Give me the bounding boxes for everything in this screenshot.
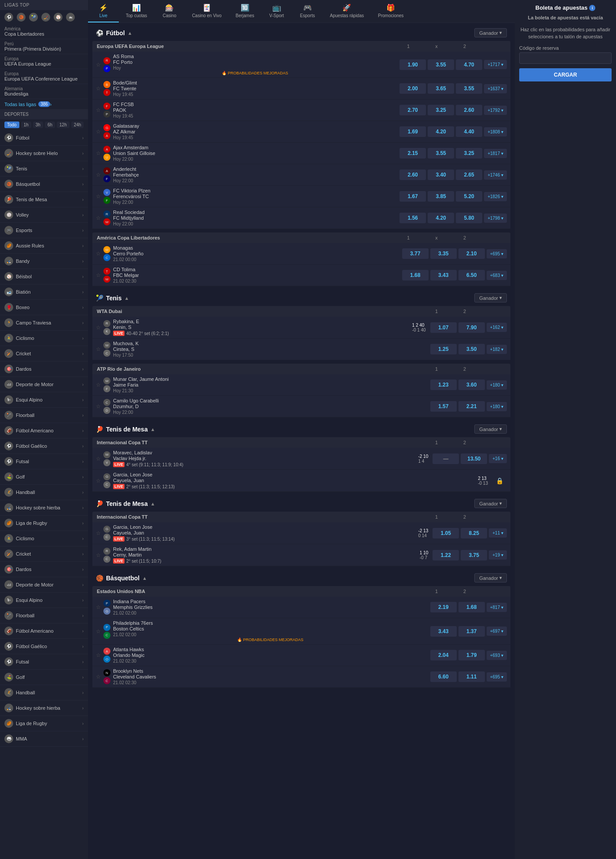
odd-btn-hawks-2[interactable]: 1.79: [458, 650, 485, 660]
odd-btn-moravec-1[interactable]: —: [433, 453, 459, 464]
star-rybakina[interactable]: ☆: [96, 324, 101, 331]
odd-btn-gala-x[interactable]: 4.20: [428, 126, 454, 137]
odd-btn-bode-2[interactable]: 3.55: [456, 83, 482, 94]
sidebar-item-deporte-motor[interactable]: 🏎Deporte de Motor ›: [0, 377, 88, 392]
star-garcia-1[interactable]: ☆: [96, 478, 101, 484]
tenis-mesa-collapse-icon-2[interactable]: ▲: [150, 501, 155, 506]
tenis-mesa-ganador-btn-1[interactable]: Ganador ▾: [474, 424, 507, 434]
sidebar-item-campo-traviesa[interactable]: 🏃Campo Traviesa ›: [0, 315, 88, 331]
star-gala[interactable]: ☆: [96, 129, 101, 135]
sport-icon-hockey[interactable]: 🏒: [41, 13, 50, 22]
sidebar-item-mma[interactable]: 🥋MMA ›: [0, 731, 88, 747]
odd-btn-bode-x[interactable]: 3.65: [428, 83, 454, 94]
futbol-ganador-btn[interactable]: Ganador ▾: [474, 28, 507, 37]
basquetbol-collapse-icon[interactable]: ▲: [142, 575, 147, 581]
odd-btn-fcsb-2[interactable]: 2.60: [456, 105, 482, 115]
odd-btn-76ers-1[interactable]: 3.43: [430, 626, 457, 637]
sidebar-item-dardos[interactable]: 🎯Dardos ›: [0, 361, 88, 377]
odd-btn-gala-2[interactable]: 4.40: [456, 126, 482, 137]
sidebar-item-futbol-gaelico[interactable]: ⚽Fútbol Gaélico ›: [0, 439, 88, 454]
sidebar-item-hockey-hierba-2[interactable]: 🏑Hockey sobre hierba ›: [0, 700, 88, 716]
more-odds-pacers[interactable]: +817 ▾: [487, 603, 507, 612]
nav-item-berjames[interactable]: 🔟 Berjames: [228, 0, 261, 22]
odd-btn-munar-2[interactable]: 3.60: [458, 380, 485, 390]
sidebar-item-handball-2[interactable]: 🤾Handball ›: [0, 685, 88, 700]
odd-btn-gala-1[interactable]: 1.69: [400, 126, 426, 137]
sidebar-item-cricket-2[interactable]: 🏏Cricket ›: [0, 546, 88, 562]
time-btn-24h[interactable]: 24h: [71, 122, 84, 128]
time-btn-6h[interactable]: 6h: [45, 122, 55, 128]
more-odds-roma[interactable]: +1717 ▾: [484, 60, 507, 69]
tenis-mesa-collapse-icon[interactable]: ▲: [150, 427, 155, 432]
time-btn-1h[interactable]: 1h: [21, 122, 31, 128]
sidebar-item-aussie-rules[interactable]: 🏉Aussie Rules ›: [0, 238, 88, 254]
odd-btn-realsoc-1[interactable]: 1.56: [400, 213, 426, 223]
sidebar-item-futbol-gaelico-2[interactable]: ⚽Fútbol Gaélico ›: [0, 639, 88, 654]
sidebar-item-tenis-mesa[interactable]: 🏓Tenis de Mesa ›: [0, 192, 88, 207]
star-roma-porto[interactable]: ☆: [96, 62, 101, 68]
more-odds-garcia-2[interactable]: +11 ▾: [489, 528, 507, 538]
code-input[interactable]: [519, 52, 612, 64]
sidebar-item-hockey-hierba[interactable]: 🏑Hockey sobre hierba ›: [0, 500, 88, 516]
odd-btn-nets-1[interactable]: 6.60: [430, 671, 457, 682]
sidebar-item-liga-rugby[interactable]: 🏉Liga de Rugby ›: [0, 516, 88, 531]
sidebar-item-motor-2[interactable]: 🏎Deporte de Motor ›: [0, 577, 88, 593]
more-odds-nets[interactable]: +695 ▾: [487, 672, 507, 682]
odd-btn-muchova-1[interactable]: 1.25: [430, 344, 457, 354]
odd-btn-rybakina-1[interactable]: 1.07: [430, 322, 457, 333]
sidebar-item-handball[interactable]: 🤾Handball ›: [0, 485, 88, 500]
odd-btn-garcia-2-1[interactable]: 1.05: [433, 528, 459, 538]
odd-btn-fcsb-1[interactable]: 2.70: [400, 105, 426, 115]
time-btn-todo[interactable]: Todo: [4, 122, 19, 128]
sidebar-item-bandy[interactable]: 🏑Bandy ›: [0, 254, 88, 269]
all-leagues-link[interactable]: Todas las ligas 386 ›: [0, 99, 88, 109]
odd-btn-nets-2[interactable]: 1.11: [458, 671, 485, 682]
more-odds-realsoc[interactable]: +1798 ▾: [484, 214, 507, 223]
sidebar-item-esqui-alpino[interactable]: ⛷Esqui Alpino ›: [0, 392, 88, 408]
odd-btn-rek-2[interactable]: 3.75: [461, 550, 487, 560]
time-btn-12h[interactable]: 12h: [57, 122, 70, 128]
odd-btn-muchova-2[interactable]: 3.50: [458, 344, 485, 354]
odd-btn-ajax-2[interactable]: 3.25: [456, 148, 482, 159]
star-moravec[interactable]: ☆: [96, 456, 101, 462]
more-odds-rek[interactable]: +19 ▾: [489, 550, 507, 560]
sport-icon-moto[interactable]: 🏍: [66, 13, 75, 22]
sidebar-item-volley[interactable]: 🏐Volley ›: [0, 207, 88, 223]
nav-item-live[interactable]: ⚡ Live: [88, 0, 119, 22]
more-odds-fcsb[interactable]: +1792 ▾: [484, 106, 507, 115]
star-munar[interactable]: ☆: [96, 382, 101, 388]
nav-item-promociones[interactable]: 🎁 Promociones: [371, 0, 411, 22]
sport-icon-basketball[interactable]: 🏀: [17, 13, 26, 22]
sidebar-item-europa[interactable]: Europa UEFA Europa League: [0, 54, 88, 69]
odd-btn-camilo-2[interactable]: 2.21: [458, 401, 485, 412]
more-odds-rybakina[interactable]: +162 ▾: [487, 323, 507, 332]
odd-btn-ajax-x[interactable]: 3.55: [428, 148, 454, 159]
more-odds-monagas[interactable]: +695 ▾: [487, 249, 507, 258]
odd-btn-tolima-x[interactable]: 3.43: [430, 270, 457, 280]
odd-btn-ajax-1[interactable]: 2.15: [400, 148, 426, 159]
odd-btn-munar-1[interactable]: 1.23: [430, 380, 457, 390]
star-monagas[interactable]: ☆: [96, 251, 101, 257]
more-odds-muchova[interactable]: +182 ▾: [487, 345, 507, 354]
star-garcia-2[interactable]: ☆: [96, 530, 101, 536]
star-fcsb[interactable]: ☆: [96, 107, 101, 113]
sidebar-item-copa-lib[interactable]: América Copa Libertadores: [0, 24, 88, 39]
sidebar-item-basquetbol[interactable]: 🏀Básquetbol ›: [0, 177, 88, 192]
more-odds-76ers[interactable]: +697 ▾: [487, 627, 507, 636]
sidebar-item-ciclismo[interactable]: 🚴Ciclismo ›: [0, 331, 88, 346]
nav-item-top-cuotas[interactable]: 📊 Top cuotas: [119, 0, 154, 22]
odd-btn-plzen-2[interactable]: 5.20: [456, 191, 482, 202]
load-button[interactable]: CARGAR: [519, 68, 612, 81]
sport-icon-tennis[interactable]: 🎾: [29, 13, 38, 22]
sidebar-item-boxeo[interactable]: 🥊Boxeo ›: [0, 300, 88, 315]
sidebar-item-conference[interactable]: Europa Europa UEFA Conference League: [0, 69, 88, 84]
sidebar-item-esports[interactable]: 🎮Esports ›: [0, 223, 88, 238]
odd-btn-garcia-2-2[interactable]: 8.25: [461, 528, 487, 538]
sidebar-item-primera[interactable]: Perú Primera (Primera División): [0, 39, 88, 54]
nav-item-casino[interactable]: 🎰 Casino: [154, 0, 185, 22]
sport-icon-baseball[interactable]: ⚾: [54, 13, 62, 22]
nav-item-apuestas-rapidas[interactable]: 🚀 Apuestas rápidas: [323, 0, 371, 22]
odd-btn-realsoc-x[interactable]: 4.20: [428, 213, 454, 223]
tenis-mesa-ganador-btn-2[interactable]: Ganador ▾: [474, 499, 507, 508]
odd-btn-camilo-1[interactable]: 1.57: [430, 401, 457, 412]
